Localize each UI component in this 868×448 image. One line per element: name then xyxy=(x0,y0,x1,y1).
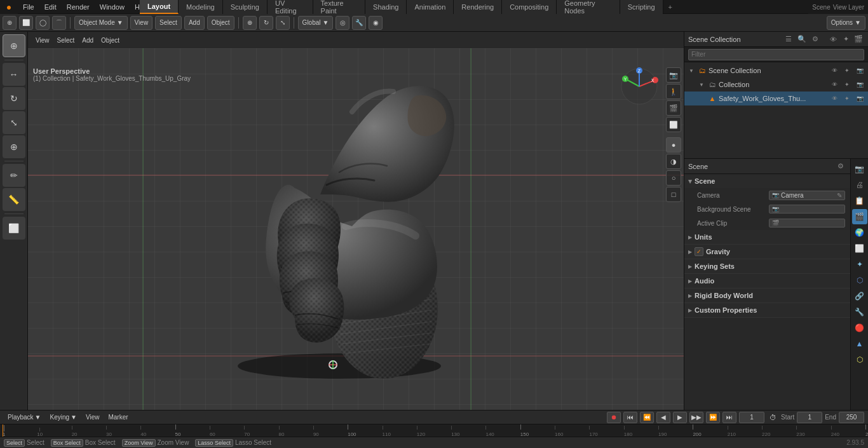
timeline-start-frame[interactable] xyxy=(797,412,822,423)
prop-value-active-clip[interactable]: 🎬 xyxy=(769,219,845,227)
prop-tab-physics[interactable]: ⬡ xyxy=(852,273,867,288)
timeline-menu-marker[interactable]: Marker xyxy=(104,414,132,421)
outliner-row-vis-3[interactable]: 👁 xyxy=(829,93,840,104)
snap-btn[interactable]: 🔧 xyxy=(352,16,366,30)
tab-layout[interactable]: Layout xyxy=(140,0,179,14)
outliner-row-render-1[interactable]: 📷 xyxy=(854,65,865,76)
timeline-ruler[interactable]: 1 10 20 30 40 50 60 70 80 90 100 110 120… xyxy=(0,424,868,437)
tool-cursor[interactable]: ⊕ xyxy=(3,34,25,57)
prop-tab-scene[interactable]: 🎬 xyxy=(852,209,867,224)
timeline-play-back-btn[interactable]: ◀ xyxy=(656,412,670,423)
outliner-expand-scene[interactable]: ▼ xyxy=(687,66,696,75)
menu-file[interactable]: File xyxy=(18,0,39,13)
camera-pick-btn[interactable]: ✎ xyxy=(837,192,842,199)
menu-edit[interactable]: Edit xyxy=(39,0,62,13)
outliner-row-restrict-1[interactable]: ✦ xyxy=(841,65,853,76)
tool-move[interactable]: ↔ xyxy=(3,63,25,86)
tab-geometry-nodes[interactable]: Geometry Nodes xyxy=(557,0,620,14)
transform-global-btn[interactable]: Global ▼ xyxy=(298,16,334,30)
prop-value-background-scene[interactable]: 📷 xyxy=(769,205,845,214)
timeline-end-frame[interactable] xyxy=(839,412,864,423)
object-mode-selector[interactable]: Object Mode ▼ xyxy=(74,16,128,30)
navigation-gizmo[interactable]: X Y Z xyxy=(620,67,658,105)
timeline-jump-start-btn[interactable]: ⏮ xyxy=(623,412,637,423)
tab-shading[interactable]: Shading xyxy=(365,0,407,14)
add-workspace-btn[interactable]: + xyxy=(663,3,677,11)
outliner-row-restrict-2[interactable]: ✦ xyxy=(841,79,853,90)
options-btn[interactable]: Options ▼ xyxy=(827,16,865,30)
prop-section-keying-sets-header[interactable]: ▶ Keying Sets xyxy=(684,259,850,273)
menu-window[interactable]: Window xyxy=(95,0,130,13)
outliner-vis-render[interactable]: 🎬 xyxy=(853,34,864,45)
tab-modeling[interactable]: Modeling xyxy=(179,0,223,14)
prop-gravity-checkbox[interactable]: ✓ xyxy=(695,247,703,256)
outliner-search-btn[interactable]: 🔍 xyxy=(796,34,808,45)
move-tool-btn[interactable]: ⊕ xyxy=(243,16,257,30)
scale-tool-btn[interactable]: ⤡ xyxy=(276,16,290,30)
pivot-btn[interactable]: ◎ xyxy=(336,16,349,30)
prop-tab-modifiers[interactable]: 🔧 xyxy=(852,304,867,320)
timeline-step-back-btn[interactable]: ⏪ xyxy=(640,412,654,423)
outliner-vis-eye[interactable]: 👁 xyxy=(827,34,839,45)
prop-tab-view-layer[interactable]: 📋 xyxy=(852,193,867,208)
prop-tab-material[interactable]: 🔴 xyxy=(852,320,867,336)
tool-measure[interactable]: 📏 xyxy=(3,188,25,211)
camera-view-btn[interactable]: 📷 xyxy=(666,67,681,83)
tab-texture-paint[interactable]: Texture Paint xyxy=(313,0,366,14)
outliner-vis-select[interactable]: ✦ xyxy=(840,34,851,45)
outliner-search-input[interactable] xyxy=(688,49,864,60)
timeline-play-btn[interactable]: ▶ xyxy=(673,412,687,423)
properties-settings-btn[interactable]: ⚙ xyxy=(835,161,846,172)
add-btn[interactable]: Add xyxy=(184,16,205,30)
outliner-expand-collection[interactable]: ▼ xyxy=(697,80,706,89)
outliner-row-scene-collection[interactable]: ▼ 🗂 Scene Collection 👁 ✦ 📷 xyxy=(684,64,868,78)
select-btn[interactable]: Select xyxy=(155,16,182,30)
vp-menu-add[interactable]: Add xyxy=(79,36,96,44)
prop-section-gravity-header[interactable]: ▶ ✓ Gravity xyxy=(684,245,850,259)
tab-compositing[interactable]: Compositing xyxy=(502,0,557,14)
solid-shading-btn[interactable]: ● xyxy=(666,137,681,153)
tool-rotate[interactable]: ↻ xyxy=(3,87,25,110)
prop-tab-particles[interactable]: ✦ xyxy=(852,257,867,272)
timeline-current-frame[interactable] xyxy=(739,412,764,423)
prop-value-camera[interactable]: 📷 Camera ✎ xyxy=(769,191,845,200)
walk-mode-btn[interactable]: 🚶 xyxy=(666,84,681,99)
outliner-row-collection[interactable]: ▼ 🗂 Collection 👁 ✦ 📷 xyxy=(684,78,868,92)
tab-animation[interactable]: Animation xyxy=(407,0,454,14)
view-btn[interactable]: View xyxy=(130,16,153,30)
timeline-step-forward-btn[interactable]: ⏩ xyxy=(706,412,720,423)
tab-sculpting[interactable]: Sculpting xyxy=(223,0,268,14)
outliner-settings-btn[interactable]: ⚙ xyxy=(810,34,821,45)
prop-tab-bone[interactable]: ⬡ xyxy=(852,352,867,367)
tool-add-cube[interactable]: ⬜ xyxy=(3,217,25,240)
prop-section-custom-props-header[interactable]: ▶ Custom Properties xyxy=(684,303,850,317)
cursor-tool-btn[interactable]: ⊕ xyxy=(3,16,17,30)
tool-scale[interactable]: ⤡ xyxy=(3,111,25,134)
menu-render[interactable]: Render xyxy=(62,0,95,13)
object-btn[interactable]: Object xyxy=(207,16,234,30)
rotate-tool-btn[interactable]: ↻ xyxy=(259,16,273,30)
timeline-menu-playback[interactable]: Playback ▼ xyxy=(4,414,44,421)
outliner-row-mesh[interactable]: ▲ Safety_Work_Gloves_Thu... 👁 ✦ 📷 xyxy=(684,92,868,105)
tool-annotate[interactable]: ✏ xyxy=(3,164,25,187)
timeline-record-btn[interactable]: ⏺ xyxy=(607,412,621,423)
render-preview-btn[interactable]: 🎬 xyxy=(666,100,681,116)
rendered-shading-btn[interactable]: ○ xyxy=(666,170,681,186)
prop-section-rigid-body-header[interactable]: ▶ Rigid Body World xyxy=(684,288,850,302)
outliner-row-render-3[interactable]: 📷 xyxy=(854,93,865,104)
prop-tab-constraints[interactable]: 🔗 xyxy=(852,288,867,304)
prop-tab-render[interactable]: 📷 xyxy=(852,161,867,177)
prop-tab-data[interactable]: ▲ xyxy=(852,336,867,351)
select-lasso-btn[interactable]: ⌒ xyxy=(52,16,66,30)
prop-tab-world[interactable]: 🌍 xyxy=(852,225,867,240)
outliner-row-vis-1[interactable]: 👁 xyxy=(829,65,840,76)
prop-section-audio-header[interactable]: ▶ Audio xyxy=(684,274,850,288)
outliner-filter-btn[interactable]: ☰ xyxy=(783,34,794,45)
prop-tab-output[interactable]: 🖨 xyxy=(852,177,867,193)
vp-menu-select[interactable]: Select xyxy=(55,36,78,44)
prop-section-units-header[interactable]: ▶ Units xyxy=(684,230,850,244)
timeline-menu-keying[interactable]: Keying ▼ xyxy=(46,414,80,421)
viewport[interactable]: View Select Add Object User Perspective … xyxy=(28,32,684,410)
vp-menu-view[interactable]: View xyxy=(33,36,52,44)
timeline-timer-icon[interactable]: ⏱ xyxy=(767,412,778,423)
